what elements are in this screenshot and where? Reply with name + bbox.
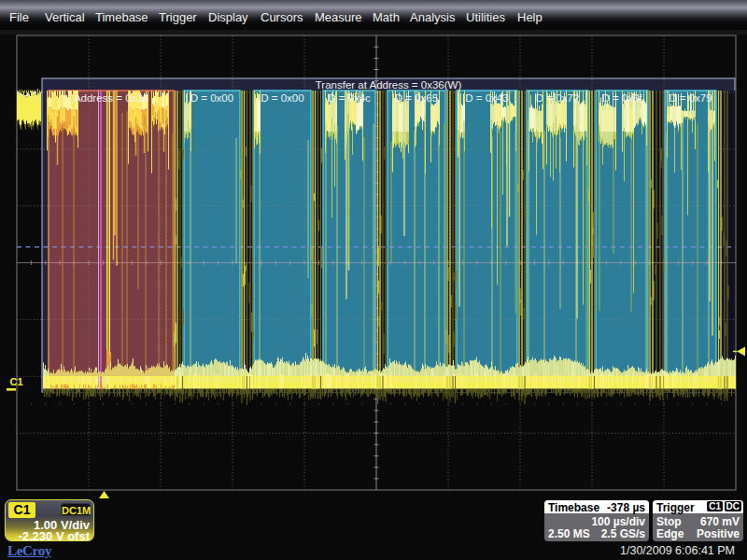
svg-text:D = 0x6f: D = 0x6f xyxy=(601,92,642,104)
svg-text:D = 0x4c: D = 0x4c xyxy=(328,92,371,104)
svg-text:D = 0x43: D = 0x43 xyxy=(465,92,508,104)
svg-text:D = 0x00: D = 0x00 xyxy=(261,92,303,104)
svg-text:D = 0x72: D = 0x72 xyxy=(536,92,579,104)
svg-text:C1: C1 xyxy=(10,376,23,387)
svg-text:Address = 0x36: Address = 0x36 xyxy=(74,92,148,104)
svg-text:D = 0x79: D = 0x79 xyxy=(669,92,712,104)
svg-text:D = 0x65: D = 0x65 xyxy=(395,92,438,104)
svg-text:D = 0x00: D = 0x00 xyxy=(190,92,233,104)
svg-text:Transfer at Address = 0x36(W): Transfer at Address = 0x36(W) xyxy=(316,79,462,91)
